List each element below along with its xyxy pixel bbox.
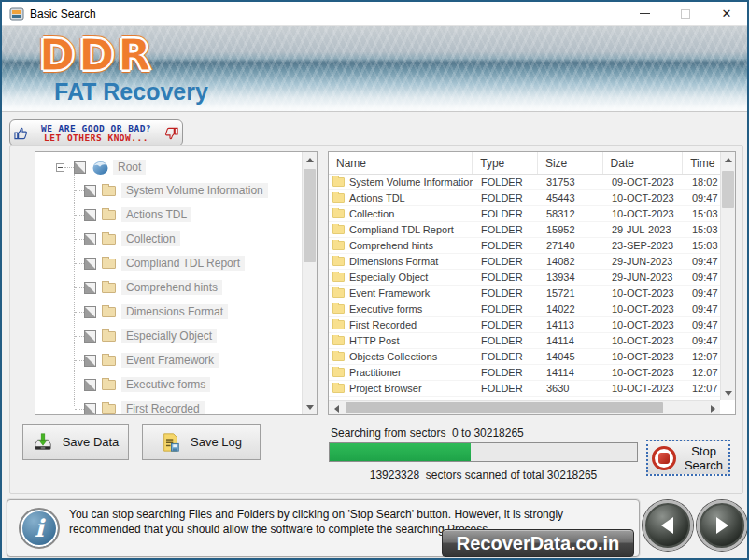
tree-scrollbar[interactable]	[302, 152, 317, 414]
table-row[interactable]: Executive forms FOLDER 14022 10-OCT-2023…	[329, 301, 735, 317]
folder-icon	[332, 320, 345, 329]
column-header-name[interactable]: Name	[329, 152, 473, 174]
minimize-icon	[640, 13, 650, 14]
scroll-down-icon[interactable]	[721, 385, 736, 400]
tree-item[interactable]: Compliand TDL Report	[35, 251, 317, 275]
table-row[interactable]: Collection FOLDER 58312 10-OCT-2023 15:0…	[329, 206, 735, 222]
tree-connector	[75, 287, 84, 288]
save-data-button[interactable]: Save Data	[22, 424, 129, 460]
table-row[interactable]: Compliand TDL Report FOLDER 15952 29-JUL…	[329, 222, 735, 238]
table-header: Name Type Size Date Time	[329, 152, 735, 175]
cell-date: 10-OCT-2023	[604, 335, 685, 346]
tree-item[interactable]: System Volume Information	[35, 178, 317, 203]
tree-item-checkbox[interactable]	[84, 379, 96, 391]
tree-item[interactable]: First Recorded	[35, 397, 317, 415]
tree-item-label[interactable]: System Volume Information	[121, 183, 268, 198]
tree-item-label[interactable]: Compliand TDL Report	[121, 256, 245, 271]
cell-size: 27140	[539, 240, 604, 251]
scroll-up-icon[interactable]	[303, 152, 318, 167]
cell-type: FOLDER	[473, 351, 539, 362]
tree-item-label[interactable]: Event Framework	[121, 353, 219, 368]
tree-item-checkbox[interactable]	[84, 330, 96, 343]
scroll-down-icon[interactable]	[303, 399, 318, 414]
scroll-left-icon[interactable]	[329, 401, 344, 415]
table-row[interactable]: First Recorded FOLDER 14113 10-OCT-2023 …	[329, 317, 735, 333]
table-row[interactable]: Especially Object FOLDER 13934 29-JUN-20…	[329, 270, 735, 286]
tree-item-label[interactable]: Especially Object	[121, 329, 217, 343]
minimize-button[interactable]	[624, 2, 665, 25]
column-header-date[interactable]: Date	[603, 152, 684, 174]
tree-root-row[interactable]: Root	[35, 152, 317, 178]
cell-time: 09:47	[685, 287, 722, 299]
maximize-icon	[681, 9, 690, 19]
tree-item-checkbox[interactable]	[84, 233, 96, 245]
table-row[interactable]: Dimensions Format FOLDER 14082 29-JUN-20…	[329, 254, 735, 270]
column-header-time[interactable]: Time	[683, 152, 720, 174]
tree-item-checkbox[interactable]	[84, 403, 96, 415]
tree-item[interactable]: Dimensions Format	[35, 300, 317, 324]
tree-connector	[75, 239, 84, 240]
table-row[interactable]: Project Browser FOLDER 3630 10-OCT-2023 …	[329, 381, 735, 397]
table-hscroll-thumb[interactable]	[346, 402, 663, 413]
folder-icon	[332, 384, 345, 393]
table-row[interactable]: HTTP Post FOLDER 14114 10-OCT-2023 09:47	[329, 333, 735, 349]
folder-icon	[102, 234, 116, 245]
close-button[interactable]: ✕	[706, 2, 747, 25]
column-header-type[interactable]: Type	[473, 152, 538, 174]
maximize-button[interactable]	[665, 2, 706, 25]
table-row[interactable]: Objects Collections FOLDER 14045 10-OCT-…	[329, 349, 735, 365]
tree-item-label[interactable]: Collection	[121, 231, 180, 246]
folder-icon	[332, 368, 345, 377]
folder-icon	[102, 331, 116, 342]
brand-badge[interactable]: RecoverData.co.in	[442, 529, 634, 557]
folder-icon	[332, 193, 345, 203]
folder-icon	[332, 241, 345, 250]
table-vertical-scrollbar[interactable]	[720, 152, 735, 400]
tree-collapse-icon[interactable]	[56, 163, 64, 172]
tree-item-label[interactable]: First Recorded	[121, 401, 205, 415]
stop-search-button[interactable]: Stop Search	[646, 440, 730, 476]
cell-time: 09:47	[685, 272, 722, 283]
tree-item-checkbox[interactable]	[84, 306, 96, 318]
tree-connector	[64, 167, 74, 168]
column-header-size[interactable]: Size	[538, 152, 603, 174]
tree-item-checkbox[interactable]	[84, 258, 96, 270]
tree-root-label[interactable]: Root	[113, 160, 146, 175]
forward-button[interactable]	[697, 500, 747, 551]
table-vscroll-thumb[interactable]	[722, 171, 734, 208]
cell-type: FOLDER	[473, 367, 539, 378]
back-button[interactable]	[643, 500, 693, 551]
scroll-up-icon[interactable]	[721, 152, 736, 167]
tree-item-checkbox[interactable]	[84, 209, 96, 221]
tree-item-label[interactable]: Executive forms	[121, 377, 210, 392]
tree-item[interactable]: Especially Object	[35, 324, 317, 348]
table-horizontal-scrollbar[interactable]	[329, 400, 720, 414]
table-row[interactable]: System Volume Information FOLDER 31753 0…	[329, 175, 735, 190]
cell-size: 13934	[539, 272, 604, 283]
tree-item-label[interactable]: Actions TDL	[121, 207, 191, 222]
table-row[interactable]: Actions TDL FOLDER 45443 10-OCT-2023 09:…	[329, 190, 735, 206]
scroll-right-icon[interactable]	[705, 401, 720, 415]
tree-item-label[interactable]: Comprehend hints	[121, 280, 222, 295]
tree-item[interactable]: Executive forms	[35, 372, 317, 397]
tree-item-checkbox[interactable]	[84, 185, 96, 197]
tree-scrollbar-thumb[interactable]	[304, 169, 316, 262]
tree-item[interactable]: Actions TDL	[35, 203, 317, 227]
tree-item-checkbox[interactable]	[84, 282, 96, 294]
feedback-button[interactable]: WE ARE GOOD OR BAD? LET OTHERS KNOW...	[9, 119, 183, 147]
table-row[interactable]: Event Framework FOLDER 15721 10-OCT-2023…	[329, 286, 735, 301]
cell-name: Collection	[349, 208, 394, 219]
table-row[interactable]: Practitioner FOLDER 14114 10-OCT-2023 12…	[329, 365, 735, 381]
product-name: FAT Recovery	[54, 78, 208, 105]
tree-item-label[interactable]: Dimensions Format	[121, 304, 228, 319]
table-row[interactable]: Comprehend hints FOLDER 27140 23-SEP-202…	[329, 238, 735, 254]
tree-root-checkbox[interactable]	[74, 161, 86, 174]
save-log-button[interactable]: Save Log	[142, 424, 261, 460]
cell-type: FOLDER	[473, 303, 539, 315]
cell-date: 10-OCT-2023	[604, 208, 685, 219]
tree-item-checkbox[interactable]	[84, 355, 96, 367]
tree-item[interactable]: Event Framework	[35, 348, 317, 372]
tree-item[interactable]: Comprehend hints	[35, 275, 317, 300]
tree-item[interactable]: Collection	[35, 227, 317, 251]
progress-bar	[329, 442, 638, 462]
